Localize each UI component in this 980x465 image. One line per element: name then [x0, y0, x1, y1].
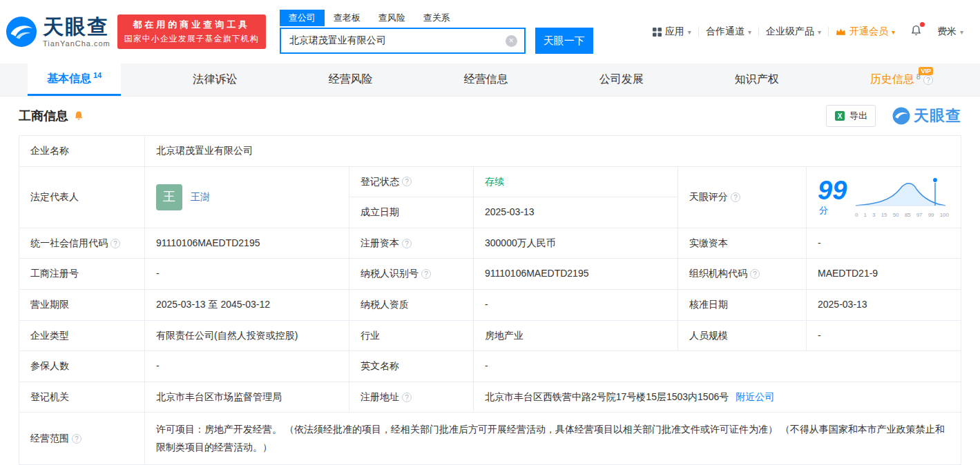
svg-text:X: X: [838, 112, 843, 120]
tab-history-label: 历史信息: [870, 72, 914, 87]
insured-value: -: [145, 351, 349, 382]
paid-capital-value: -: [807, 228, 961, 259]
nav-apps[interactable]: 应用 ▾: [646, 26, 698, 38]
logo-text: 天眼查 TianYanCha.com: [43, 17, 111, 48]
tab-risk-label: 经营风险: [328, 72, 372, 87]
establish-date-value: 2025-03-13: [474, 197, 678, 228]
industry-value: 房地产业: [474, 320, 678, 351]
table-row: 统一社会信用代码 ? 91110106MAEDTD2195 注册资本 ? 300…: [19, 228, 961, 259]
score-axis-tick: 15: [881, 211, 887, 219]
clear-search-icon[interactable]: ×: [506, 35, 517, 47]
search-tab-company[interactable]: 查公司: [280, 10, 325, 26]
tab-operation[interactable]: 经营信息: [445, 63, 528, 96]
tab-basic-info[interactable]: 基本信息 14: [28, 63, 121, 96]
table-row: 登记机关 北京市丰台区市场监督管理局 注册地址 ? 北京市丰台区西铁营中路2号院…: [19, 382, 961, 413]
help-icon[interactable]: ?: [402, 239, 412, 248]
section-title: 工商信息: [19, 108, 68, 124]
apps-grid-icon: [653, 28, 662, 37]
tab-legal[interactable]: 法律诉讼: [173, 63, 256, 96]
score-value: 99分 0 1 3 15 50: [807, 166, 961, 228]
tianyancha-logo[interactable]: 天眼查 TianYanCha.com: [6, 16, 111, 48]
search-button[interactable]: 天眼一下: [535, 28, 593, 54]
taxpayer-quality-value: -: [474, 289, 678, 320]
score-axis-tick: 0: [855, 211, 858, 219]
export-button[interactable]: X 导出: [826, 105, 876, 127]
tab-development-label: 公司发展: [599, 72, 644, 87]
tab-development[interactable]: 公司发展: [580, 63, 663, 96]
org-code-value: MAEDTD21-9: [807, 259, 961, 290]
business-scope-value: 许可项目：房地产开发经营。 （依法须经批准的项目，经相关部门批准后方可开展经营活…: [145, 413, 961, 464]
business-scope-label: 经营范围 ?: [19, 413, 145, 464]
reg-status-value: 存续: [474, 166, 678, 197]
top-header: 天眼查 TianYanCha.com 都在用的商业查询工具 国家中小企业发展子基…: [0, 0, 980, 63]
nav-user-label: 费米: [937, 26, 957, 38]
paid-capital-label: 实缴资本: [678, 228, 807, 259]
score-number: 99分: [818, 177, 850, 217]
business-info-table: 企业名称 北京珺茂置业有限公司 法定代表人 王 王澍 登记状态 ? 存续 天眼评: [19, 135, 961, 465]
search-tab-risk[interactable]: 查风险: [369, 10, 414, 26]
help-icon[interactable]: ?: [923, 75, 933, 85]
nav-partner[interactable]: 合作通道 ▾: [699, 26, 758, 38]
industry-label: 行业: [349, 320, 474, 351]
score-axis-tick: 99: [928, 211, 934, 219]
search-tab-relation[interactable]: 查关系: [414, 10, 459, 26]
section-actions: X 导出 天眼查: [826, 105, 961, 127]
logo-en: TianYanCha.com: [43, 39, 111, 48]
score-axis-tick: 1: [864, 211, 867, 219]
help-icon[interactable]: ?: [402, 177, 412, 186]
score-axis: 0 1 3 15 50 85 97 99 100: [854, 210, 950, 219]
score-axis-tick: 85: [905, 211, 911, 219]
nav-enterprise[interactable]: 企业级产品 ▾: [759, 26, 828, 38]
section-header: 工商信息 X 导出 天眼查: [0, 97, 980, 135]
logo-cn: 天眼查: [43, 17, 111, 37]
credit-code-value: 91110106MAEDTD2195: [145, 228, 349, 259]
reg-number-label: 工商注册号: [19, 259, 145, 290]
nav-vip[interactable]: 开通会员 ▾: [829, 26, 902, 38]
tab-operation-label: 经营信息: [464, 72, 508, 87]
company-name-value: 北京珺茂置业有限公司: [145, 136, 961, 167]
search-tab-boss[interactable]: 查老板: [325, 10, 369, 26]
org-code-label: 组织机构代码 ?: [678, 259, 807, 290]
search-box: ×: [280, 28, 526, 54]
help-icon[interactable]: ?: [750, 269, 760, 279]
nearby-companies-link[interactable]: 附近公司: [736, 391, 774, 402]
table-row: 经营范围 ? 许可项目：房地产开发经营。 （依法须经批准的项目，经相关部门批准后…: [19, 413, 961, 464]
company-name-label: 企业名称: [19, 136, 145, 167]
business-term-value: 2025-03-13 至 2045-03-12: [145, 289, 349, 320]
tab-ip-label: 知识产权: [735, 72, 779, 87]
notifications-bell[interactable]: [902, 25, 930, 39]
vip-badge: VIP: [919, 67, 933, 75]
reg-capital-value: 300000万人民币: [474, 228, 678, 259]
bell-icon: [910, 25, 922, 37]
nav-user[interactable]: 费米 ▾: [930, 26, 970, 38]
help-icon[interactable]: ?: [402, 393, 412, 402]
tab-ip[interactable]: 知识产权: [715, 63, 798, 96]
tab-history[interactable]: VIP 历史信息 8 ?: [851, 63, 952, 96]
score-axis-tick: 100: [940, 211, 949, 219]
taxpayer-id-label: 纳税人识别号 ?: [349, 259, 474, 290]
help-icon[interactable]: ?: [731, 192, 740, 202]
establish-date-label: 成立日期: [349, 197, 474, 228]
help-icon[interactable]: ?: [111, 239, 120, 248]
company-type-value: 有限责任公司(自然人投资或控股): [145, 320, 349, 351]
slogan-line1: 都在用的商业查询工具: [124, 19, 259, 31]
subscribe-bell-icon[interactable]: [73, 110, 84, 121]
score-label: 天眼评分 ?: [678, 166, 807, 228]
legal-rep-name-link[interactable]: 王澍: [191, 190, 210, 204]
taxpayer-quality-label: 纳税人资质: [349, 289, 474, 320]
tab-risk[interactable]: 经营风险: [309, 63, 392, 96]
search-input[interactable]: [281, 35, 506, 46]
tab-legal-label: 法律诉讼: [193, 72, 237, 87]
table-row: 企业类型 有限责任公司(自然人投资或控股) 行业 房地产业 人员规模 -: [19, 320, 961, 351]
tab-basic-count: 14: [93, 71, 102, 79]
score-axis-tick: 97: [916, 211, 923, 219]
table-row: 法定代表人 王 王澍 登记状态 ? 存续 天眼评分 ?: [19, 166, 961, 197]
search-tabs: 查公司 查老板 查风险 查关系: [280, 10, 593, 26]
help-icon[interactable]: ?: [72, 434, 81, 444]
legal-rep-avatar[interactable]: 王: [156, 184, 182, 210]
help-icon[interactable]: ?: [421, 269, 431, 279]
nav-enterprise-label: 企业级产品: [766, 26, 814, 38]
taxpayer-id-value: 91110106MAEDTD2195: [474, 259, 678, 290]
insured-label: 参保人数: [19, 351, 145, 382]
chevron-down-icon: ▾: [960, 28, 963, 36]
